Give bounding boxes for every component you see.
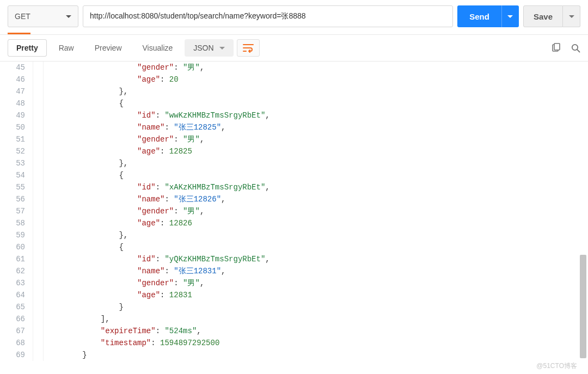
code-line: 55 "id": "xAKzKHMBzTmsSrgyRbEt", xyxy=(0,181,588,193)
code-text: "id": "yQKzKHMBzTmsSrgyRbEt", xyxy=(44,253,270,265)
line-number: 53 xyxy=(0,157,33,169)
gutter xyxy=(33,217,44,229)
code-text: "age": 12825 xyxy=(44,145,192,157)
scrollbar-thumb[interactable] xyxy=(580,255,586,358)
search-icon[interactable] xyxy=(571,43,580,53)
line-number: 45 xyxy=(0,62,33,73)
gutter xyxy=(33,181,44,193)
code-line: 63 "gender": "男", xyxy=(0,277,588,289)
code-text: { xyxy=(44,97,124,109)
gutter xyxy=(33,205,44,217)
gutter xyxy=(33,169,44,181)
chevron-down-icon xyxy=(66,15,71,18)
code-text: "age": 12826 xyxy=(44,217,192,229)
chevron-down-icon xyxy=(569,15,574,18)
code-text: "expireTime": "524ms", xyxy=(44,325,201,337)
gutter xyxy=(33,253,44,265)
code-text: { xyxy=(44,241,124,253)
gutter xyxy=(33,85,44,97)
line-number: 66 xyxy=(0,313,33,325)
code-line: 65 } xyxy=(0,301,588,313)
gutter xyxy=(33,337,44,349)
gutter xyxy=(33,97,44,109)
gutter xyxy=(33,62,44,73)
line-number: 59 xyxy=(0,229,33,241)
chevron-down-icon xyxy=(219,47,225,50)
code-line: 66 ], xyxy=(0,313,588,325)
line-number: 48 xyxy=(0,97,33,109)
gutter xyxy=(33,313,44,325)
response-view-tabs: Pretty Raw Preview Visualize JSON xyxy=(0,35,588,61)
line-number: 47 xyxy=(0,85,33,97)
line-number: 57 xyxy=(0,205,33,217)
code-line: 64 "age": 12831 xyxy=(0,289,588,301)
send-more-button[interactable] xyxy=(501,5,519,27)
code-content[interactable]: 45 "gender": "男",46 "age": 2047 },48 {49… xyxy=(0,62,588,366)
code-line: 62 "name": "张三12831", xyxy=(0,265,588,277)
line-number: 55 xyxy=(0,181,33,193)
line-number: 49 xyxy=(0,109,33,121)
code-line: 68 "timestamp": 1594897292500 xyxy=(0,337,588,349)
gutter xyxy=(33,289,44,301)
code-line: 61 "id": "yQKzKHMBzTmsSrgyRbEt", xyxy=(0,253,588,265)
http-method-select[interactable]: GET xyxy=(8,5,78,27)
line-number: 62 xyxy=(0,265,33,277)
code-line: 46 "age": 20 xyxy=(0,73,588,85)
code-line: 60 { xyxy=(0,241,588,253)
code-text: "gender": "男", xyxy=(44,277,204,289)
code-text: "age": 20 xyxy=(44,73,179,85)
code-line: 45 "gender": "男", xyxy=(0,62,588,73)
tab-raw[interactable]: Raw xyxy=(50,39,83,57)
gutter xyxy=(33,109,44,121)
scrollbar[interactable] xyxy=(579,62,587,366)
code-text: "id": "xAKzKHMBzTmsSrgyRbEt", xyxy=(44,181,270,193)
line-number: 65 xyxy=(0,301,33,313)
wrap-icon xyxy=(243,43,254,53)
line-number: 63 xyxy=(0,277,33,289)
gutter xyxy=(33,301,44,313)
code-text: "name": "张三12826", xyxy=(44,193,225,205)
code-line: 67 "expireTime": "524ms", xyxy=(0,325,588,337)
tab-preview[interactable]: Preview xyxy=(86,39,131,57)
line-number: 67 xyxy=(0,325,33,337)
line-number: 46 xyxy=(0,73,33,85)
save-button-group: Save xyxy=(523,5,580,27)
code-line: 59 }, xyxy=(0,229,588,241)
wrap-lines-toggle[interactable] xyxy=(237,39,260,57)
gutter xyxy=(33,325,44,337)
code-text: { xyxy=(44,169,124,181)
gutter xyxy=(33,133,44,145)
gutter xyxy=(33,193,44,205)
chevron-down-icon xyxy=(507,15,513,18)
send-button[interactable]: Send xyxy=(457,5,501,27)
save-more-button[interactable] xyxy=(563,5,580,27)
line-number: 60 xyxy=(0,241,33,253)
code-line: 50 "name": "张三12825", xyxy=(0,121,588,133)
url-input[interactable] xyxy=(83,5,453,27)
save-button[interactable]: Save xyxy=(523,5,563,27)
line-number: 50 xyxy=(0,121,33,133)
code-text: } xyxy=(44,301,124,313)
code-line: 58 "age": 12826 xyxy=(0,217,588,229)
send-button-group: Send xyxy=(457,5,519,27)
line-number: 68 xyxy=(0,337,33,349)
response-format-select[interactable]: JSON xyxy=(185,39,233,57)
code-text: ], xyxy=(44,313,110,325)
code-line: 52 "age": 12825 xyxy=(0,145,588,157)
response-body: 45 "gender": "男",46 "age": 2047 },48 {49… xyxy=(0,62,588,366)
watermark: @51CTO博客 xyxy=(536,361,577,371)
code-text: "gender": "男", xyxy=(44,205,204,217)
line-number: 51 xyxy=(0,133,33,145)
code-text: "id": "wwKzKHMBzTmsSrgyRbEt", xyxy=(44,109,270,121)
code-line: 48 { xyxy=(0,97,588,109)
code-line: 54 { xyxy=(0,169,588,181)
format-label: JSON xyxy=(193,44,213,52)
code-line: 53 }, xyxy=(0,157,588,169)
tab-pretty[interactable]: Pretty xyxy=(8,39,47,57)
tab-visualize[interactable]: Visualize xyxy=(134,39,182,57)
line-number: 69 xyxy=(0,349,33,361)
line-number: 58 xyxy=(0,217,33,229)
copy-icon[interactable] xyxy=(551,43,561,53)
gutter xyxy=(33,73,44,85)
code-line: 47 }, xyxy=(0,85,588,97)
